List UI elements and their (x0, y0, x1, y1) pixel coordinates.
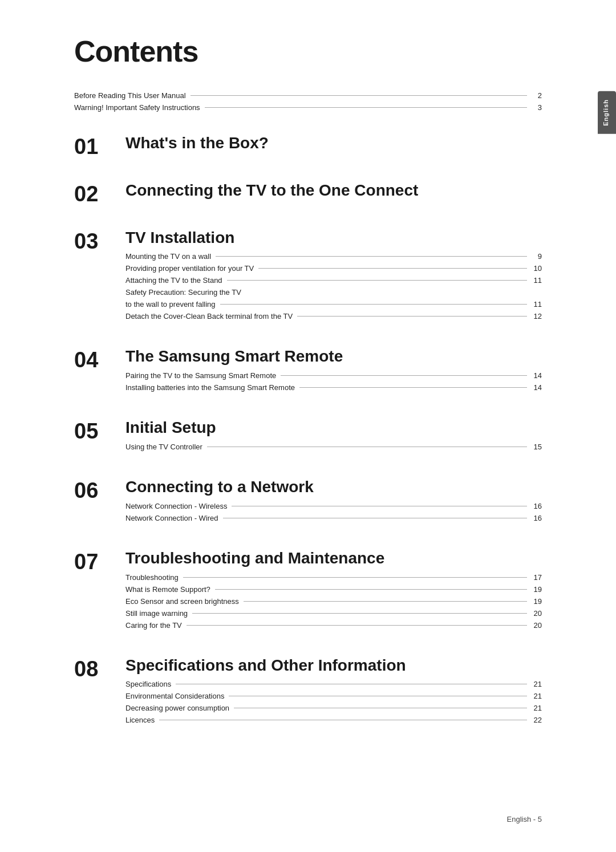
toc-item-page: 21 (532, 680, 542, 688)
section-content-04: The Samsung Smart Remote Pairing the TV … (125, 348, 542, 395)
toc-item-page: 19 (532, 597, 542, 606)
toc-item-dots (205, 107, 527, 108)
toc-item-page: 10 (532, 264, 542, 273)
section-block-03: 03TV Installation Mounting the TV on a w… (74, 229, 542, 324)
section-items: Mounting the TV on a wall 9 Providing pr… (125, 252, 542, 320)
section-content-03: TV Installation Mounting the TV on a wal… (125, 229, 542, 324)
toc-item-page: 11 (532, 276, 542, 285)
toc-item-dots (281, 375, 527, 376)
toc-item-label: Decreasing power consumption (125, 704, 229, 712)
toc-item-dots (176, 684, 527, 684)
toc-item-page: 3 (532, 103, 542, 112)
toc-item-dots (191, 95, 527, 96)
section-title-04: The Samsung Smart Remote (125, 348, 542, 366)
toc-item-label: Attaching the TV to the Stand (125, 276, 222, 285)
section-title-06: Connecting to a Network (125, 478, 542, 496)
toc-item: Installing batteries into the Samsung Sm… (125, 383, 542, 392)
toc-item: Mounting the TV on a wall 9 (125, 252, 542, 261)
toc-item-label: Mounting the TV on a wall (125, 252, 211, 261)
section-number-07: 07 (74, 550, 125, 573)
toc-item-label: Providing proper ventilation for your TV (125, 264, 254, 273)
toc-item: Providing proper ventilation for your TV… (125, 264, 542, 273)
toc-item-label: Installing batteries into the Samsung Sm… (125, 383, 295, 392)
toc-item-page: 14 (532, 383, 542, 392)
toc-item-label: Detach the Cover-Clean Back terminal fro… (125, 312, 293, 320)
toc-item-label: to the wall to prevent falling (125, 300, 216, 309)
toc-item: What is Remote Support? 19 (125, 585, 542, 594)
toc-item-label: Network Connection - Wired (125, 514, 218, 522)
section-content-02: Connecting the TV to the One Connect (125, 182, 542, 205)
section-number-02: 02 (74, 182, 125, 205)
section-items: Pairing the TV to the Samsung Smart Remo… (125, 371, 542, 392)
section-title-07: Troubleshooting and Maintenance (125, 550, 542, 567)
section-number-04: 04 (74, 348, 125, 371)
toc-item: Specifications 21 (125, 680, 542, 688)
section-items: Specifications 21 Environmental Consider… (125, 680, 542, 724)
toc-item-dots (159, 720, 527, 720)
toc-item-label: What is Remote Support? (125, 585, 210, 594)
toc-item-page: 19 (532, 585, 542, 594)
toc-item-page: 16 (532, 514, 542, 522)
toc-item-label: Warning! Important Safety Instructions (74, 103, 200, 112)
section-title-02: Connecting the TV to the One Connect (125, 182, 542, 200)
toc-item-page: 2 (532, 91, 542, 100)
section-number-03: 03 (74, 229, 125, 252)
intro-section: Before Reading This User Manual 2 Warnin… (74, 91, 542, 112)
toc-item-dots (232, 506, 527, 506)
toc-item-dots (299, 387, 527, 388)
toc-item-page: 11 (532, 300, 542, 309)
toc-item-dots (227, 280, 527, 281)
section-number-06: 06 (74, 478, 125, 501)
section-block-05: 05Initial Setup Using the TV Controller … (74, 419, 542, 455)
toc-item-dots (244, 601, 527, 602)
toc-item: Network Connection - Wireless 16 (125, 502, 542, 510)
section-content-06: Connecting to a Network Network Connecti… (125, 478, 542, 526)
section-block-07: 07Troubleshooting and Maintenance Troubl… (74, 550, 542, 633)
toc-item: Pairing the TV to the Samsung Smart Remo… (125, 371, 542, 380)
toc-item-dots (187, 625, 527, 626)
section-number-05: 05 (74, 419, 125, 442)
side-tab-english: English (598, 91, 616, 134)
toc-item: Caring for the TV 20 (125, 621, 542, 630)
toc-item-label: Before Reading This User Manual (74, 91, 186, 100)
toc-item: Safety Precaution: Securing the TV (125, 288, 542, 297)
toc-item-label: Licences (125, 716, 155, 724)
toc-item-dots (258, 268, 527, 269)
toc-item-page: 14 (532, 371, 542, 380)
toc-item-dots (234, 708, 527, 708)
toc-item-label: Caring for the TV (125, 621, 182, 630)
toc-item-dots (207, 447, 527, 447)
toc-item: Eco Sensor and screen brightness 19 (125, 597, 542, 606)
toc-item-dots (183, 577, 527, 578)
toc-item: Attaching the TV to the Stand 11 (125, 276, 542, 285)
toc-item-label: Environmental Considerations (125, 692, 224, 700)
toc-item-page: 22 (532, 716, 542, 724)
toc-item-page: 20 (532, 621, 542, 630)
toc-item: Before Reading This User Manual 2 (74, 91, 542, 100)
toc-item-dots (220, 304, 527, 305)
toc-item: Decreasing power consumption 21 (125, 704, 542, 712)
toc-item-label: Safety Precaution: Securing the TV (125, 288, 241, 297)
toc-item-dots (215, 589, 527, 590)
section-number-01: 01 (74, 135, 125, 157)
toc-item-page: 9 (532, 252, 542, 261)
section-number-08: 08 (74, 657, 125, 680)
toc-item-dots (297, 316, 527, 317)
toc-item: Environmental Considerations 21 (125, 692, 542, 700)
toc-item-label: Specifications (125, 680, 171, 688)
section-block-06: 06Connecting to a Network Network Connec… (74, 478, 542, 526)
section-block-02: 02Connecting the TV to the One Connect (74, 182, 542, 205)
toc-item-label: Eco Sensor and screen brightness (125, 597, 239, 606)
section-title-05: Initial Setup (125, 419, 542, 437)
toc-item: Troubleshooting 17 (125, 573, 542, 582)
toc-item-page: 12 (532, 312, 542, 320)
toc-item: Licences 22 (125, 716, 542, 724)
toc-item-label: Using the TV Controller (125, 443, 202, 451)
toc-item: to the wall to prevent falling 11 (125, 300, 542, 309)
section-title-03: TV Installation (125, 229, 542, 247)
toc-item: Detach the Cover-Clean Back terminal fro… (125, 312, 542, 320)
toc-item-label: Still image warning (125, 609, 188, 618)
toc-item-page: 17 (532, 573, 542, 582)
footer-page-number: English - 5 (507, 815, 542, 823)
toc-item-page: 16 (532, 502, 542, 510)
